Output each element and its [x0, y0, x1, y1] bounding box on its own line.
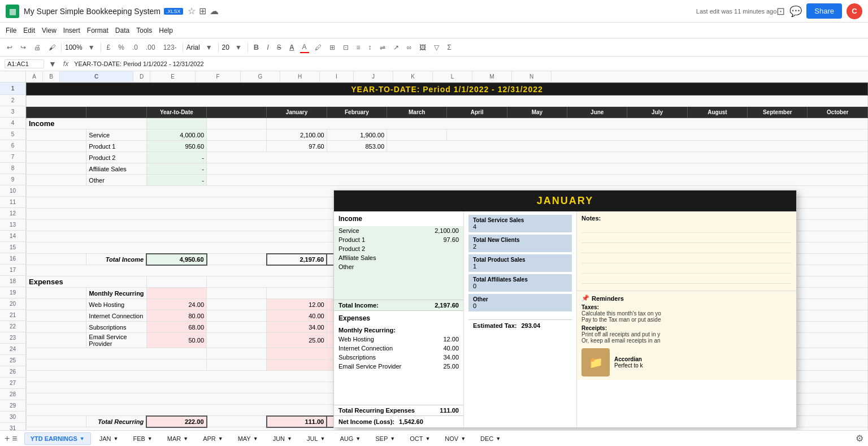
tab-jun[interactable]: JUN ▼ — [267, 432, 298, 445]
income-service-label: Service — [338, 227, 359, 234]
service-ytd: 4,000.00 — [146, 129, 206, 141]
filter-button[interactable]: ▽ — [432, 42, 441, 53]
font-selector[interactable]: Arial — [186, 44, 200, 51]
cell-reference[interactable] — [5, 59, 44, 68]
table-row: YEAR-TO-DATE: Period 1/1/2022 - 12/31/20… — [27, 83, 868, 96]
add-sheet-right[interactable]: ⚙ — [856, 433, 863, 444]
share-button[interactable]: Share — [806, 3, 842, 19]
menu-file[interactable]: File — [6, 27, 16, 34]
col-a-header — [27, 107, 86, 118]
grid-icon[interactable]: ⊞ — [199, 6, 206, 16]
tab-dec[interactable]: DEC ▼ — [474, 432, 507, 445]
menu-edit[interactable]: Edit — [23, 27, 35, 34]
service-mar — [387, 129, 447, 141]
valign-button[interactable]: ↕ — [366, 42, 374, 53]
col-header-a: A — [26, 71, 43, 82]
popup-body: Income Service 2,100.00 Product 1 97.60 … — [334, 211, 796, 427]
merge-button[interactable]: ⊡ — [341, 42, 351, 53]
reminders-header: 📌 Reminders — [581, 295, 792, 302]
tab-nov-label: NOV — [445, 435, 458, 442]
sheet-wrapper: A B C D E F G H I J K L M N 1 2 3 4 5 6 — [0, 71, 868, 430]
table-row: Product 1 950.60 97.60 853.00 — [27, 141, 868, 152]
tab-may[interactable]: MAY ▼ — [232, 432, 264, 445]
tab-aug-arrow: ▼ — [355, 436, 361, 441]
percent-icon[interactable]: % — [116, 42, 127, 53]
font-size[interactable]: 20 — [222, 44, 229, 51]
zoom-arrow[interactable]: ▼ — [86, 42, 97, 53]
rotate-button[interactable]: ↗ — [391, 42, 401, 53]
expenses-label: Expenses — [27, 276, 147, 288]
tab-ytd-earnings[interactable]: YTD EARNINGS ▼ — [24, 432, 91, 445]
popup-net-income: Net Income (Loss): 1,542.60 — [334, 415, 463, 427]
taxes-text1: Calculate this month's tax on yo — [581, 310, 792, 317]
tab-sep[interactable]: SEP ▼ — [369, 432, 401, 445]
print-icon[interactable]: 🖨 — [32, 42, 43, 53]
p1-ytd: 950.60 — [146, 141, 206, 152]
tab-jan[interactable]: JAN ▼ — [93, 432, 125, 445]
tab-feb[interactable]: FEB ▼ — [127, 432, 158, 445]
highlight-button[interactable]: 🖊 — [313, 42, 324, 53]
tab-nov[interactable]: NOV ▼ — [439, 432, 472, 445]
total-recurring-val: 111.00 — [440, 407, 459, 414]
col-oct-header: October — [808, 107, 868, 118]
tr-label: Total Recurring — [86, 416, 146, 427]
undo-icon[interactable]: ↩ — [5, 42, 15, 53]
font-arrow[interactable]: ▼ — [203, 42, 215, 53]
add-sheet-button[interactable]: + ≡ — [5, 434, 18, 444]
stat-service-label: Total Service Sales — [473, 217, 567, 223]
strikethrough-button[interactable]: S — [275, 42, 284, 53]
align-button[interactable]: ≡ — [354, 42, 363, 53]
redo-icon[interactable]: ↪ — [18, 42, 28, 53]
star-icon[interactable]: ☆ — [188, 6, 196, 16]
format123[interactable]: 123- — [161, 42, 179, 53]
service-jan: 2,100.00 — [267, 129, 327, 141]
tab-jul[interactable]: JUL ▼ — [301, 432, 331, 445]
size-arrow[interactable]: ▼ — [233, 42, 244, 53]
popup-income-aff: Affiliate Sales — [334, 253, 463, 262]
wrap-button[interactable]: ⇌ — [377, 42, 388, 53]
image-button[interactable]: 🖼 — [417, 42, 428, 53]
menu-format[interactable]: Format — [87, 27, 108, 34]
text-color-button[interactable]: A — [300, 42, 309, 53]
tr-a — [27, 416, 86, 427]
exp-esp-val: 25.00 — [443, 363, 459, 370]
grid-view-icon[interactable]: ⊡ — [776, 5, 785, 18]
tab-sep-label: SEP — [375, 435, 388, 442]
menu-help[interactable]: Help — [159, 27, 173, 34]
p1-a — [27, 141, 86, 152]
tab-apr[interactable]: APR ▼ — [197, 432, 229, 445]
formula-button[interactable]: Σ — [445, 42, 453, 53]
bold-button[interactable]: B — [251, 42, 261, 53]
net-income-val: 1,542.60 — [399, 418, 423, 425]
p1-feb: 853.00 — [327, 141, 387, 152]
accordion-section: 📁 Accordian Perfect to k — [581, 348, 792, 376]
underline-button[interactable]: A — [287, 42, 297, 53]
col-header-j: J — [354, 71, 393, 82]
currency-icon[interactable]: £ — [105, 42, 113, 53]
menu-view[interactable]: View — [42, 27, 57, 34]
italic-button[interactable]: I — [264, 42, 271, 53]
decimal0[interactable]: .0 — [130, 42, 140, 53]
tab-oct[interactable]: OCT ▼ — [403, 432, 436, 445]
borders-button[interactable]: ⊞ — [327, 42, 337, 53]
decimal2[interactable]: .00 — [144, 42, 158, 53]
col-header-d: D — [133, 71, 150, 82]
zoom-level[interactable]: 100% — [65, 44, 83, 51]
paint-icon[interactable]: 🖌 — [46, 42, 58, 53]
accordion-icon: 📁 — [581, 348, 610, 376]
menu-tools[interactable]: Tools — [136, 27, 152, 34]
tab-aug[interactable]: AUG ▼ — [333, 432, 367, 445]
income-label: Income — [27, 118, 147, 129]
col-jun-header: June — [567, 107, 627, 118]
menu-insert[interactable]: Insert — [63, 27, 80, 34]
menu-data[interactable]: Data — [115, 27, 129, 34]
p1-jan: 97.60 — [267, 141, 327, 152]
link-button[interactable]: ∞ — [405, 42, 414, 53]
stat-service-val: 4 — [473, 223, 567, 230]
tab-jul-label: JUL — [307, 435, 318, 442]
tab-mar[interactable]: MAR ▼ — [161, 432, 194, 445]
col-d-header — [207, 107, 267, 118]
notes-line-1 — [581, 224, 792, 233]
cloud-icon[interactable]: ☁ — [210, 6, 219, 16]
chat-icon[interactable]: 💬 — [789, 5, 802, 18]
